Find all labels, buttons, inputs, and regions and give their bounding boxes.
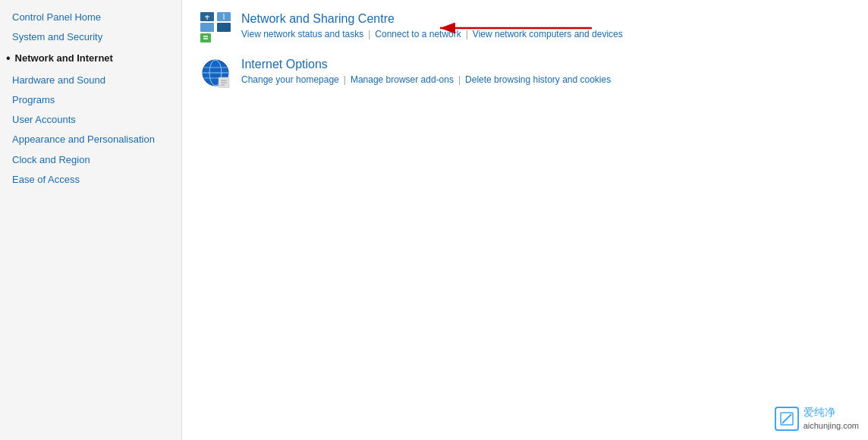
sidebar-item-label: Appearance and Personalisation: [12, 133, 155, 146]
section-title-internet-options[interactable]: Internet Options: [241, 58, 850, 71]
link-view-network-computers[interactable]: View network computers and devices: [473, 29, 623, 39]
sidebar: Control Panel HomeSystem and Security•Ne…: [0, 0, 182, 440]
sidebar-item-label: System and Security: [12, 30, 102, 44]
link-change-homepage[interactable]: Change your homepage: [241, 74, 339, 85]
sidebar-item-label: Programs: [12, 93, 55, 107]
link-separator: |: [458, 74, 461, 85]
sidebar-item-appearance-and-personalisation[interactable]: Appearance and Personalisation: [0, 130, 181, 149]
link-separator: |: [466, 29, 468, 39]
section-network-sharing-centre: Network and Sharing CentreView network s…: [200, 12, 850, 42]
link-delete-browsing-history[interactable]: Delete browsing history and cookies: [465, 74, 611, 85]
active-bullet: •: [6, 50, 11, 67]
watermark-logo-svg: [779, 411, 794, 426]
section-content-network-sharing-centre: Network and Sharing CentreView network s…: [241, 12, 850, 39]
sidebar-item-system-and-security[interactable]: System and Security: [0, 27, 181, 47]
link-separator: |: [344, 74, 346, 85]
section-links-internet-options: Change your homepage|Manage browser add-…: [241, 74, 850, 85]
link-connect-to-network[interactable]: Connect to a network: [375, 29, 461, 39]
sidebar-item-label: Ease of Access: [12, 173, 80, 187]
section-icon-network-sharing-centre: [200, 12, 231, 42]
watermark: 爱纯净 aichunjing.com: [775, 406, 859, 431]
sidebar-item-network-and-internet[interactable]: •Network and Internet: [0, 47, 181, 70]
sidebar-item-user-accounts[interactable]: User Accounts: [0, 110, 181, 130]
sidebar-item-label: Hardware and Sound: [12, 74, 105, 87]
link-separator: |: [368, 29, 370, 39]
internet-options-icon-svg: [200, 58, 231, 88]
sidebar-item-label: Clock and Region: [12, 153, 90, 167]
link-manage-browser-addons[interactable]: Manage browser add-ons: [351, 74, 454, 85]
svg-line-21: [782, 414, 791, 423]
sidebar-item-label: Network and Internet: [15, 52, 113, 65]
control-panel-layout: Control Panel HomeSystem and Security•Ne…: [0, 0, 868, 440]
sidebar-item-programs[interactable]: Programs: [0, 90, 181, 110]
section-links-network-sharing-centre: View network status and tasks|Connect to…: [241, 29, 850, 39]
sidebar-item-label: Control Panel Home: [12, 11, 101, 24]
sidebar-item-hardware-and-sound[interactable]: Hardware and Sound: [0, 71, 181, 90]
section-content-internet-options: Internet OptionsChange your homepage|Man…: [241, 58, 850, 85]
section-title-network-sharing-centre[interactable]: Network and Sharing Centre: [241, 12, 850, 26]
sidebar-item-label: User Accounts: [12, 113, 76, 127]
svg-rect-5: [217, 23, 231, 32]
sidebar-item-control-panel-home[interactable]: Control Panel Home: [0, 8, 181, 27]
sidebar-item-clock-and-region[interactable]: Clock and Region: [0, 150, 181, 170]
network-sharing-icon-svg: [200, 12, 231, 42]
main-content: Network and Sharing CentreView network s…: [182, 0, 868, 440]
section-icon-internet-options: [200, 58, 231, 88]
watermark-icon: [775, 407, 799, 431]
watermark-text: 爱纯净 aichunjing.com: [804, 406, 859, 431]
section-internet-options: Internet OptionsChange your homepage|Man…: [200, 58, 850, 88]
link-view-network-status[interactable]: View network status and tasks: [241, 29, 363, 39]
watermark-chinese: 爱纯净: [804, 406, 835, 418]
sidebar-item-ease-of-access[interactable]: Ease of Access: [0, 170, 181, 190]
watermark-domain: aichunjing.com: [804, 421, 859, 430]
svg-rect-9: [200, 33, 211, 42]
svg-rect-4: [200, 23, 214, 32]
